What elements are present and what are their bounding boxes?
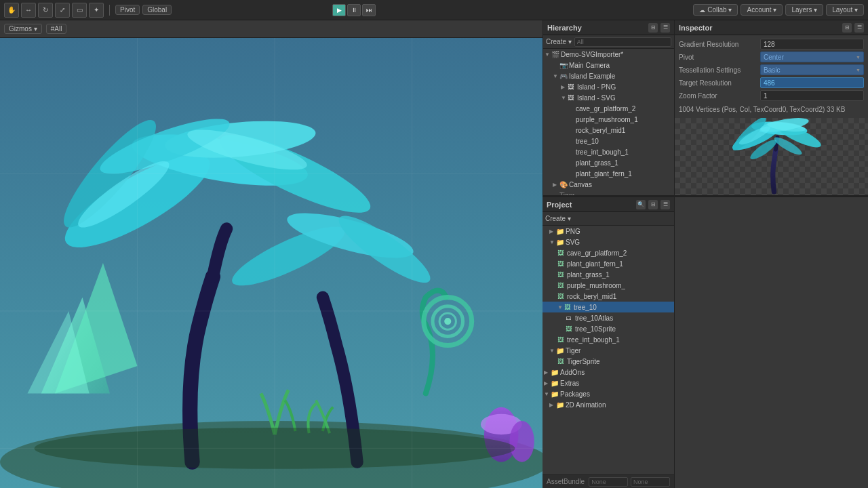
- tree-item-cave[interactable]: cave_gr_platform_2: [543, 103, 674, 114]
- vertices-info: 1004 Vertices (Pos, Col, TexCoord0, TexC…: [679, 104, 864, 115]
- project-menu-icon[interactable]: ☰: [660, 200, 670, 209]
- collab-button[interactable]: ☁ Collab ▾: [693, 4, 738, 16]
- project-create-button[interactable]: Create ▾: [545, 215, 571, 222]
- project-item-svg[interactable]: ▼ 📁 SVG: [542, 237, 674, 247]
- bottom-inspector: [675, 197, 868, 488]
- project-search-icon[interactable]: 🔍: [636, 200, 646, 209]
- inspector-content: Gradient Resolution 128 Pivot Center ▼: [675, 35, 868, 118]
- tree-label: tree_10: [576, 138, 599, 145]
- pivot-toggle[interactable]: Pivot: [115, 5, 140, 15]
- project-item-cave[interactable]: 🖼 cave_gr_platform_2: [542, 247, 674, 258]
- project-item-plant-grass[interactable]: 🖼 plant_grass_1: [542, 269, 674, 280]
- project-item-tree-int-bough[interactable]: 🖼 tree_int_bough_1: [542, 334, 674, 345]
- scale-tool[interactable]: ⤢: [55, 3, 70, 18]
- pause-button[interactable]: ⏸: [347, 4, 361, 16]
- multi-tool[interactable]: ✦: [89, 3, 104, 18]
- inspector-menu-icon[interactable]: ☰: [854, 23, 864, 33]
- project-item-packages[interactable]: ▼ 📁 Packages: [542, 388, 674, 399]
- rect-tool[interactable]: ▭: [72, 3, 87, 18]
- img-icon: 🖼: [557, 293, 567, 300]
- layout-button[interactable]: Layout ▾: [826, 4, 864, 16]
- layers-button[interactable]: Layers ▾: [785, 4, 823, 16]
- project-item-tree10[interactable]: ▼ 🖼 tree_10: [542, 302, 674, 312]
- tree-item-tree10[interactable]: tree_10: [543, 136, 674, 146]
- viewport: Gizmos ▾ #All: [0, 20, 542, 488]
- target-resolution-value[interactable]: 486: [760, 77, 864, 88]
- tree-item-rock[interactable]: rock_beryl_mid1: [543, 125, 674, 136]
- tree-item-island-svg[interactable]: ▼ 🖼 Island - SVG: [543, 92, 674, 103]
- zoom-factor-row: Zoom Factor 1: [679, 89, 864, 102]
- play-button[interactable]: ▶: [332, 4, 346, 16]
- project-lock-icon[interactable]: ⊟: [648, 200, 658, 209]
- rotate-tool[interactable]: ↻: [38, 3, 53, 18]
- tree-item-main-camera[interactable]: 📷 Main Camera: [543, 60, 674, 70]
- project-item-tree10atlas[interactable]: 🗂 tree_10Atlas: [542, 312, 674, 323]
- gizmos-button[interactable]: Gizmos ▾: [4, 24, 42, 34]
- tree-label: Tiger: [566, 347, 580, 354]
- project-item-rock[interactable]: 🖼 rock_beryl_mid1: [542, 291, 674, 302]
- gradient-resolution-value[interactable]: 128: [760, 39, 864, 49]
- tree-item-plant-fern[interactable]: plant_giant_fern_1: [543, 168, 674, 179]
- viewport-canvas[interactable]: [0, 38, 542, 488]
- tree-item-island-png[interactable]: ▶ 🖼 Island - PNG: [543, 81, 674, 92]
- tree-item-demo-svg[interactable]: ▼ 🎬 Demo-SVGImporter*: [543, 49, 674, 60]
- tree-item-mushroom[interactable]: purple_mushroom_1: [543, 114, 674, 125]
- project-item-2d-animation[interactable]: ▶ 📁 2D Animation: [542, 399, 674, 410]
- inspector-title: Inspector: [679, 24, 713, 32]
- tessellation-dropdown[interactable]: Basic ▼: [760, 64, 864, 75]
- tree-label: AddOns: [560, 369, 585, 376]
- asset-bundle-bar: AssetBundle None None: [542, 474, 674, 488]
- tree-label: TigerSprite: [567, 358, 600, 365]
- step-button[interactable]: ⏭: [362, 4, 376, 16]
- top-bar: ✋ ↔ ↻ ⤢ ▭ ✦ Pivot Global ▶ ⏸ ⏭ ☁ Collab …: [0, 0, 868, 20]
- tree-item-plant-grass[interactable]: plant_grass_1: [543, 157, 674, 168]
- all-button[interactable]: #All: [46, 24, 67, 34]
- tree-item-canvas[interactable]: ▶ 🎨 Canvas: [543, 179, 674, 190]
- scene-icon: 🎬: [551, 51, 561, 58]
- hierarchy-create-button[interactable]: Create ▾: [546, 38, 572, 45]
- tree-item-tiger[interactable]: Tiger: [543, 190, 674, 195]
- canvas-icon: 🎨: [559, 181, 569, 188]
- project-item-tiger-folder[interactable]: ▼ 📁 Tiger: [542, 345, 674, 356]
- tree-label: Packages: [560, 390, 590, 398]
- project-item-tree10sprite[interactable]: 🖼 tree_10Sprite: [542, 323, 674, 334]
- inspector-lock-icon[interactable]: ⊟: [842, 23, 852, 33]
- tree-label: cave_gr_platform_2: [576, 105, 635, 113]
- pivot-dropdown[interactable]: Center ▼: [760, 52, 864, 62]
- tree-label: plant_grass_1: [567, 271, 610, 279]
- tree-label: plant_giant_fern_1: [567, 260, 623, 268]
- folder-icon: 📁: [551, 390, 560, 398]
- project-item-plant-fern[interactable]: 🖼 plant_giant_fern_1: [542, 258, 674, 269]
- collab-label: Collab ▾: [707, 6, 732, 14]
- right-panels: Hierarchy ⊟ ☰ Create ▾ ▼ 🎬 Demo-SVGImpor…: [542, 20, 868, 488]
- asset-bundle-input[interactable]: None: [589, 477, 628, 487]
- project-item-png[interactable]: ▶ 📁 PNG: [542, 226, 674, 237]
- hierarchy-lock-icon[interactable]: ⊟: [648, 23, 658, 33]
- tree-label: Demo-SVGImporter*: [561, 51, 623, 58]
- tree-label: PNG: [566, 228, 580, 235]
- tree-label: tree_10Atlas: [575, 314, 613, 322]
- zoom-factor-value[interactable]: 1: [760, 90, 864, 101]
- global-toggle[interactable]: Global: [142, 5, 172, 15]
- inspector-preview: [675, 118, 868, 195]
- hierarchy-menu-icon[interactable]: ☰: [660, 23, 670, 33]
- asset-bundle-variant[interactable]: None: [631, 477, 670, 487]
- project-item-extras[interactable]: ▶ 📁 Extras: [542, 378, 674, 388]
- project-item-addons[interactable]: ▶ 📁 AddOns: [542, 367, 674, 378]
- tree-item-island-example[interactable]: ▼ 🎮 Island Example: [543, 70, 674, 81]
- tree-label: cave_gr_platform_2: [567, 249, 627, 257]
- account-button[interactable]: Account ▾: [741, 4, 783, 16]
- tree-item-tree-int-bough[interactable]: tree_int_bough_1: [543, 146, 674, 157]
- hierarchy-search-input[interactable]: [574, 37, 671, 47]
- gameobj-icon: 🎮: [559, 73, 569, 80]
- asset-bundle-variant-none: None: [633, 479, 648, 485]
- gradient-resolution-label: Gradient Resolution: [679, 41, 760, 48]
- project-item-mushroom[interactable]: 🖼 purple_mushroom_: [542, 280, 674, 291]
- project-item-tiger-sprite[interactable]: 🖼 TigerSprite: [542, 356, 674, 367]
- hand-tool[interactable]: ✋: [4, 3, 19, 18]
- img-icon: 🖼: [557, 249, 567, 256]
- project-title: Project: [547, 201, 572, 209]
- img-icon: 🖼: [564, 304, 574, 310]
- move-tool[interactable]: ↔: [21, 3, 36, 18]
- target-resolution-label: Target Resolution: [679, 79, 760, 87]
